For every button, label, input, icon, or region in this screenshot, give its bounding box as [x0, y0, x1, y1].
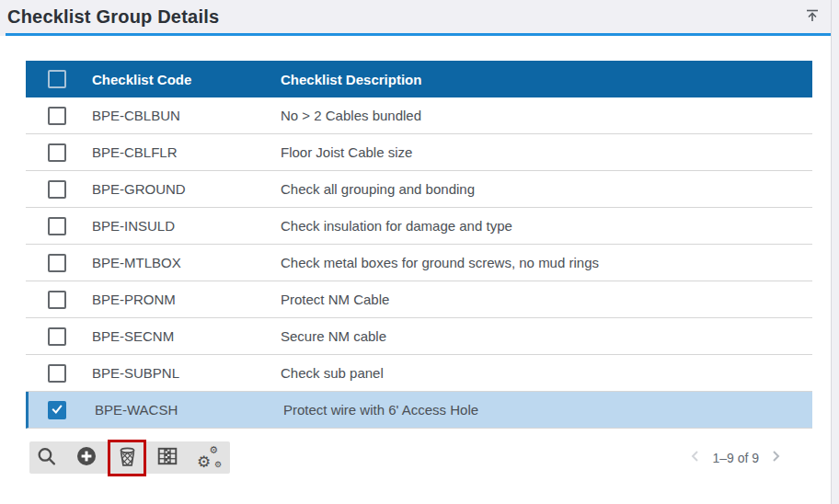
collapse-panel-button[interactable] — [803, 7, 822, 26]
search-icon — [36, 446, 57, 470]
row-checkbox-cell — [26, 291, 92, 309]
table-row[interactable]: BPE-SECNM Secure NM cable — [26, 318, 812, 355]
row-checkbox-cell — [26, 143, 92, 162]
row-checkbox[interactable] — [48, 217, 66, 235]
row-checkbox[interactable] — [48, 180, 66, 199]
pagination-label: 1–9 of 9 — [712, 451, 759, 465]
next-page-button[interactable] — [768, 451, 783, 465]
row-checkbox-cell — [26, 254, 92, 272]
row-checklist-code: BPE-SECNM — [92, 328, 281, 344]
row-checkbox-cell — [26, 180, 92, 199]
row-checklist-code: BPE-MTLBOX — [92, 255, 281, 270]
row-checklist-description: Check all grouping and bonding — [281, 181, 812, 197]
row-checkbox-cell — [26, 217, 92, 235]
table-row[interactable]: BPE-GROUND Check all grouping and bondin… — [26, 171, 812, 208]
table-row[interactable]: BPE-CBLBUN No > 2 Cables bundled — [26, 97, 812, 134]
row-checklist-code: BPE-GROUND — [92, 181, 281, 197]
row-checkbox[interactable] — [48, 327, 66, 346]
row-checkbox-cell — [29, 401, 95, 419]
column-header-description[interactable]: Checklist Description — [281, 72, 812, 87]
row-checklist-code: BPE-SUBPNL — [92, 365, 281, 381]
check-icon — [50, 401, 64, 418]
row-checkbox[interactable] — [48, 143, 66, 162]
column-header-code[interactable]: Checklist Code — [92, 72, 281, 87]
row-checklist-code: BPE-CBLFLR — [92, 144, 281, 160]
settings-button[interactable]: ⚙ ⚙ ⚙ — [197, 447, 219, 469]
trash-icon — [117, 446, 138, 470]
row-checklist-code: BPE-PRONM — [92, 292, 281, 307]
columns-button[interactable] — [156, 447, 178, 469]
panel-content: Checklist Code Checklist Description BPE… — [0, 36, 831, 474]
row-checklist-code: BPE-WACSH — [95, 402, 283, 418]
row-checklist-description: No > 2 Cables bundled — [281, 108, 812, 123]
pagination: 1–9 of 9 — [688, 451, 812, 465]
row-checkbox[interactable] — [48, 401, 66, 419]
previous-page-button[interactable] — [688, 451, 703, 465]
row-checkbox-cell — [26, 364, 92, 383]
header-accent-line — [6, 33, 831, 36]
panel-header: Checklist Group Details — [0, 0, 831, 36]
add-button[interactable] — [75, 447, 98, 469]
table-row[interactable]: BPE-WACSH Protect wire with 6' Access Ho… — [26, 392, 812, 429]
table-grid-icon — [156, 446, 178, 469]
collapse-up-icon — [804, 7, 821, 27]
row-checklist-description: Secure NM cable — [281, 328, 812, 344]
checklist-group-panel: Checklist Group Details — [0, 0, 832, 504]
add-circle-icon — [76, 446, 97, 469]
table-row[interactable]: BPE-PRONM Protect NM Cable — [26, 281, 812, 318]
table-row[interactable]: BPE-MTLBOX Check metal boxes for ground … — [26, 245, 812, 281]
row-checklist-description: Protect wire with 6' Access Hole — [283, 402, 812, 418]
delete-button[interactable] — [116, 447, 138, 469]
table-row[interactable]: BPE-INSULD Check insulation for damage a… — [26, 208, 812, 245]
row-checklist-description: Check insulation for damage and type — [281, 218, 812, 234]
row-checklist-description: Protect NM Cable — [281, 292, 812, 307]
chevron-right-icon — [769, 450, 782, 465]
chevron-left-icon — [689, 450, 702, 465]
row-checkbox[interactable] — [48, 107, 66, 125]
checklist-table: Checklist Code Checklist Description BPE… — [26, 61, 812, 429]
table-row[interactable]: BPE-CBLFLR Floor Joist Cable size — [26, 134, 812, 171]
table-footer: ⚙ ⚙ ⚙ 1–9 of 9 — [26, 441, 812, 474]
search-button[interactable] — [35, 447, 57, 469]
table-header-row: Checklist Code Checklist Description — [26, 61, 812, 97]
row-checklist-description: Check sub panel — [281, 365, 812, 381]
gears-icon: ⚙ ⚙ ⚙ — [197, 447, 219, 469]
row-checkbox[interactable] — [48, 254, 66, 272]
table-toolbar: ⚙ ⚙ ⚙ — [29, 441, 230, 474]
page-title: Checklist Group Details — [7, 6, 219, 28]
table-row[interactable]: BPE-SUBPNL Check sub panel — [26, 355, 812, 392]
row-checkbox[interactable] — [48, 364, 66, 383]
header-checkbox-cell — [26, 70, 92, 88]
row-checkbox-cell — [26, 327, 92, 346]
row-checkbox-cell — [26, 107, 92, 125]
row-checklist-description: Check metal boxes for ground screws, no … — [281, 255, 812, 270]
table-body: BPE-CBLBUN No > 2 Cables bundled BPE-CBL… — [26, 97, 812, 429]
row-checkbox[interactable] — [48, 291, 66, 309]
row-checklist-code: BPE-INSULD — [92, 218, 281, 234]
select-all-checkbox[interactable] — [48, 70, 66, 88]
row-checklist-description: Floor Joist Cable size — [281, 144, 812, 160]
row-checklist-code: BPE-CBLBUN — [92, 108, 281, 123]
